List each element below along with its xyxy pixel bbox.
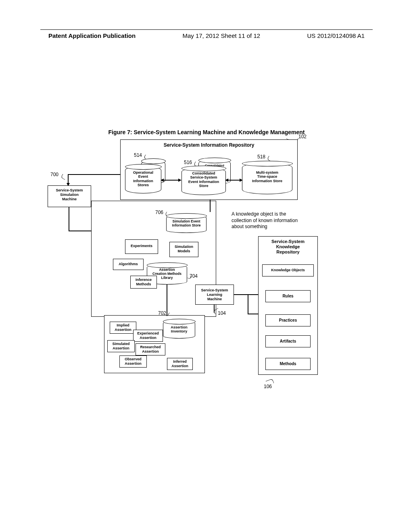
figure-title: Figure 7: Service-System Learning Machin…: [0, 129, 413, 135]
line-sim-right: [69, 231, 91, 231]
rules-label: Rules: [266, 294, 310, 299]
consolidated-label: ConsolidatedService-SystemEvent Informat…: [182, 171, 225, 188]
sim-models-box: SimulationModels: [169, 242, 198, 257]
sim-models-label: SimulationModels: [170, 245, 198, 254]
inference-label: InferenceMethods: [131, 278, 156, 287]
simulated-assertion-label: SimulatedAssertion: [108, 342, 134, 351]
ref-102: 102: [298, 134, 307, 139]
inference-box: InferenceMethods: [130, 276, 157, 289]
inferred-assertion-box: InferredAssertion: [167, 358, 193, 370]
experienced-assertion-label: ExperiencedAssertion: [133, 331, 163, 340]
sim-machine-label: Service-SystemSimulationMachine: [48, 188, 91, 201]
rules-box: Rules: [265, 290, 311, 302]
line-learn-right: [234, 294, 258, 295]
ref-706: 706: [155, 210, 163, 215]
arrowhead-cons-l: [178, 179, 181, 182]
info-repository-title: Service-System Information Repository: [121, 142, 297, 148]
methods-box: Methods: [265, 358, 311, 370]
experiments-label: Experiments: [125, 244, 158, 248]
algorithms-label: Algorithms: [113, 262, 143, 266]
knowledge-repo-title: Service-SystemKnowledgeRepository: [259, 239, 317, 255]
learning-machine-label: Service-SystemLearningMachine: [196, 288, 234, 301]
line-sim-down: [69, 207, 69, 231]
algorithms-box: Algorithms: [113, 259, 144, 270]
knowledge-objects-label: Knowledge Objects: [263, 268, 313, 272]
researched-assertion-box: ResearchedAssertion: [136, 343, 165, 355]
annotation-text: A knowledge object is thecollection of k…: [232, 211, 320, 230]
leader-106: [265, 378, 274, 385]
arrow-op-to-cons: [163, 180, 179, 181]
methods-label: Methods: [266, 362, 310, 366]
header-left: Patent Application Publication: [48, 32, 136, 39]
ref-516: 516: [184, 160, 192, 165]
sim-machine-box: Service-SystemSimulationMachine: [48, 185, 91, 207]
practices-box: Practices: [265, 314, 311, 326]
ref-514: 514: [134, 152, 142, 158]
observed-assertion-box: ObservedAssertion: [119, 355, 147, 368]
leader-700: [60, 174, 67, 180]
sim-event-cyl: Simulation EventInformation Store: [166, 215, 206, 233]
ref-700: 700: [50, 172, 58, 177]
header-center: May 17, 2012 Sheet 11 of 12: [182, 32, 260, 39]
assertion-inv-label: AssertionInventory: [163, 325, 195, 334]
implied-assertion-label: ImpliedAssertion: [110, 323, 136, 332]
sim-event-label: Simulation EventInformation Store: [167, 220, 206, 228]
experiments-box: Experiments: [125, 239, 158, 254]
multi-label: Multi-systemTime-spaceInformation Store: [242, 170, 292, 183]
arrowhead-cons-r: [225, 179, 228, 182]
knowledge-objects-box: Knowledge Objects: [262, 264, 314, 276]
line-700-a: [68, 174, 120, 175]
artifacts-box: Artifacts: [265, 335, 311, 347]
header-rule: [40, 29, 373, 30]
header-right: US 2012/0124098 A1: [307, 32, 365, 39]
implied-assertion-box: ImpliedAssertion: [110, 322, 136, 334]
simulated-assertion-box: SimulatedAssertion: [107, 340, 135, 352]
multi-cyl: Multi-systemTime-spaceInformation Store: [242, 163, 292, 194]
line-learn-right2: [248, 314, 258, 314]
researched-assertion-label: ResearchedAssertion: [136, 345, 165, 354]
knowledge-repo-box: Service-SystemKnowledgeRepository: [258, 236, 318, 375]
observed-assertion-label: ObservedAssertion: [120, 357, 146, 366]
line-lib-to-inv: [167, 285, 167, 316]
inferred-assertion-label: InferredAssertion: [167, 360, 192, 368]
artifacts-label: Artifacts: [266, 339, 310, 344]
consolidated-cyl: ConsolidatedService-SystemEvent Informat…: [181, 168, 226, 195]
ref-518: 518: [257, 154, 265, 160]
line-learn-rightv: [248, 294, 248, 314]
arrowhead-multi: [240, 179, 243, 182]
op-event-label: OperationalEventInformationStores: [125, 170, 161, 187]
practices-label: Practices: [266, 318, 310, 323]
doc-header: Patent Application Publication May 17, 2…: [0, 32, 413, 39]
op-event-cyl: OperationalEventInformationStores: [125, 166, 161, 193]
learning-machine-box: Service-SystemLearningMachine: [195, 285, 234, 305]
line-700-b: [68, 174, 69, 184]
experienced-assertion-box: ExperiencedAssertion: [133, 330, 163, 342]
arrow-cons-to-multi: [227, 180, 240, 181]
line-learn-down: [214, 305, 215, 313]
arrowhead-op: [161, 179, 164, 182]
page: Patent Application Publication May 17, 2…: [0, 0, 413, 532]
line-repo-down: [210, 200, 211, 212]
assertion-inv-cyl: AssertionInventory: [163, 321, 195, 339]
